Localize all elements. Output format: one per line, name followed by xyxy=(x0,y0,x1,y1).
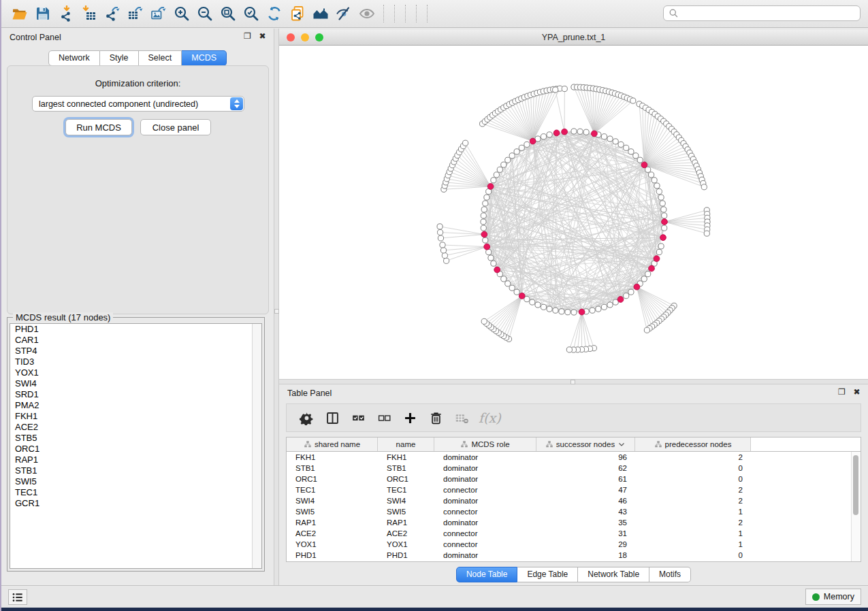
network-node[interactable] xyxy=(501,162,507,167)
cell-name[interactable]: YOX1 xyxy=(378,540,434,548)
mcds-result-item[interactable]: STB1 xyxy=(10,465,261,476)
table-row[interactable]: PHD1PHD1dominator180 xyxy=(287,550,861,561)
network-node[interactable] xyxy=(486,249,492,254)
cell-predecessor-nodes[interactable]: 2 xyxy=(635,497,751,505)
tab-network-table[interactable]: Network Table xyxy=(578,567,649,582)
mcds-result-item[interactable]: PMA2 xyxy=(10,400,261,411)
table-row[interactable]: RAP1RAP1dominator352 xyxy=(287,517,861,528)
cell-successor-nodes[interactable]: 29 xyxy=(536,540,635,548)
tab-select[interactable]: Select xyxy=(139,50,182,66)
cell-successor-nodes[interactable]: 61 xyxy=(536,475,635,483)
network-node[interactable] xyxy=(641,276,647,282)
network-node[interactable] xyxy=(565,310,570,315)
cell-mcds-role[interactable]: connector xyxy=(434,486,536,494)
apply-layout-button[interactable] xyxy=(263,3,286,24)
network-node[interactable] xyxy=(624,293,629,299)
network-node[interactable] xyxy=(481,318,487,324)
import-network-button[interactable] xyxy=(54,3,78,24)
network-node[interactable] xyxy=(483,201,488,206)
cell-successor-nodes[interactable]: 43 xyxy=(536,508,635,516)
column-header-name[interactable]: name xyxy=(378,437,434,451)
mcds-node[interactable] xyxy=(660,235,666,241)
network-node[interactable] xyxy=(583,129,589,135)
cell-name[interactable]: STB1 xyxy=(378,464,434,472)
tab-motifs[interactable]: Motifs xyxy=(649,567,691,582)
mcds-result-item[interactable]: TEC1 xyxy=(10,487,261,498)
column-header-shared-name[interactable]: shared name xyxy=(287,437,378,451)
cell-predecessor-nodes[interactable]: 2 xyxy=(635,453,751,461)
network-node[interactable] xyxy=(442,253,447,259)
cell-predecessor-nodes[interactable]: 0 xyxy=(635,551,751,559)
cell-successor-nodes[interactable]: 46 xyxy=(536,497,635,505)
mcds-result-item[interactable]: RAP1 xyxy=(10,455,261,465)
mcds-node[interactable] xyxy=(579,309,585,315)
mcds-node[interactable] xyxy=(519,293,525,299)
network-node[interactable] xyxy=(607,302,613,308)
cell-mcds-role[interactable]: dominator xyxy=(434,464,536,472)
network-node[interactable] xyxy=(501,276,507,282)
mcds-result-item[interactable]: PHD1 xyxy=(10,324,261,335)
cell-shared-name[interactable]: YOX1 xyxy=(287,540,378,548)
cell-successor-nodes[interactable]: 35 xyxy=(536,518,635,527)
cell-mcds-role[interactable]: connector xyxy=(434,508,536,516)
float-panel-icon[interactable]: ❐ xyxy=(837,388,846,397)
function-builder-button[interactable]: f(x) xyxy=(479,410,501,425)
table-row[interactable]: ACE2ACE2connector311 xyxy=(287,528,861,539)
network-node[interactable] xyxy=(577,129,583,134)
cell-shared-name[interactable]: FKH1 xyxy=(287,453,378,461)
network-node[interactable] xyxy=(630,98,636,103)
table-row[interactable]: TEC1TEC1connector472 xyxy=(287,484,861,495)
network-node[interactable] xyxy=(596,306,601,312)
mcds-node[interactable] xyxy=(634,284,640,290)
network-node[interactable] xyxy=(438,235,443,241)
tab-mcds[interactable]: MCDS xyxy=(182,50,227,66)
first-neighbors-button[interactable] xyxy=(309,3,332,24)
float-panel-icon[interactable]: ❐ xyxy=(243,32,252,41)
mcds-node[interactable] xyxy=(662,219,668,225)
column-header-mcds-role[interactable]: MCDS role xyxy=(434,437,536,451)
cell-shared-name[interactable]: TEC1 xyxy=(287,486,378,494)
network-node[interactable] xyxy=(509,285,515,291)
export-network-button[interactable] xyxy=(101,3,124,24)
vertical-split-divider[interactable] xyxy=(274,29,279,585)
table-settings-button[interactable] xyxy=(293,407,319,429)
network-node[interactable] xyxy=(497,167,502,172)
mcds-node[interactable] xyxy=(553,130,560,136)
export-table-button[interactable] xyxy=(124,3,147,24)
mcds-result-item[interactable]: STP4 xyxy=(10,346,261,357)
network-node[interactable] xyxy=(553,87,558,93)
network-node[interactable] xyxy=(547,306,552,312)
network-node[interactable] xyxy=(660,201,665,206)
select-all-button[interactable] xyxy=(345,407,371,429)
cell-name[interactable]: FKH1 xyxy=(378,453,434,461)
network-node[interactable] xyxy=(547,132,552,137)
network-node[interactable] xyxy=(541,304,546,310)
close-panel-icon[interactable]: ✖ xyxy=(258,32,267,41)
column-header-predecessor-nodes[interactable]: predecessor nodes xyxy=(635,437,751,451)
clone-network-button[interactable] xyxy=(286,3,309,24)
network-node[interactable] xyxy=(613,139,618,144)
network-node[interactable] xyxy=(628,289,634,295)
mcds-result-item[interactable]: SWI5 xyxy=(10,476,261,487)
criterion-dropdown[interactable]: largest connected component (undirected) xyxy=(32,96,244,112)
network-node[interactable] xyxy=(541,134,546,139)
toggle-panes-button[interactable] xyxy=(319,407,345,429)
network-node[interactable] xyxy=(491,261,496,266)
cell-shared-name[interactable]: RAP1 xyxy=(287,518,378,527)
cell-mcds-role[interactable]: dominator xyxy=(434,453,536,461)
add-column-button[interactable] xyxy=(397,407,423,429)
zoom-out-button[interactable] xyxy=(193,3,216,24)
show-hidden-button[interactable] xyxy=(355,3,379,24)
network-node[interactable] xyxy=(524,142,530,147)
mcds-result-item[interactable]: YOX1 xyxy=(10,367,261,378)
deselect-all-button[interactable] xyxy=(371,407,397,429)
network-node[interactable] xyxy=(662,225,667,231)
tab-network[interactable]: Network xyxy=(48,50,100,66)
network-node[interactable] xyxy=(701,184,707,190)
cell-name[interactable]: ACE2 xyxy=(378,529,434,538)
mcds-result-item[interactable]: TID3 xyxy=(10,357,261,367)
mcds-node[interactable] xyxy=(487,184,494,190)
cell-mcds-role[interactable]: connector xyxy=(434,540,536,548)
destroy-table-button[interactable] xyxy=(449,407,475,429)
mcds-result-item[interactable]: ACE2 xyxy=(10,422,261,433)
